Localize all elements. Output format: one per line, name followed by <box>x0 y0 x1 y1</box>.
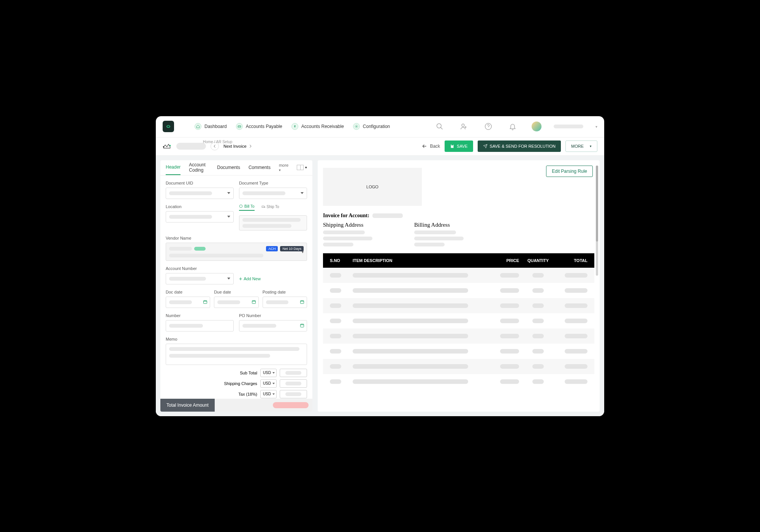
table-row <box>323 283 594 298</box>
nav-label: Configuration <box>363 124 390 129</box>
net-terms-badge: Net 10 Days <box>280 246 304 251</box>
split-view-icon <box>297 165 304 170</box>
tab-more[interactable]: more ▾ <box>279 163 288 172</box>
memo-input[interactable] <box>166 344 307 365</box>
label-tax: Tax (18%) <box>238 392 257 396</box>
save-button[interactable]: SAVE <box>445 140 473 152</box>
tab-account-coding[interactable]: Account Coding <box>189 160 209 175</box>
svg-rect-12 <box>301 324 304 327</box>
svg-rect-10 <box>252 300 255 303</box>
label-vendor-name: Vendor Name <box>166 236 307 240</box>
workflow-icon <box>163 142 172 150</box>
view-toggle[interactable]: ▾ <box>297 165 307 170</box>
account-name-placeholder <box>554 125 583 128</box>
shipping-currency-select[interactable]: USD <box>260 379 277 388</box>
edit-parsing-rule-button[interactable]: Edit Parsing Rule <box>546 166 593 177</box>
nav-dashboard[interactable]: Dashboard <box>195 123 227 130</box>
due-date-input[interactable] <box>214 297 258 308</box>
label-po-number: PO Number <box>239 313 307 318</box>
invoice-table-body <box>323 268 594 389</box>
posting-date-input[interactable] <box>263 297 307 308</box>
breadcrumb: Home / AR Setup <box>203 140 232 144</box>
dollar-icon <box>291 123 298 130</box>
invoice-table-header: S.NO ITEM DESCRIPTION PRICE QUANTITY TOT… <box>323 253 594 268</box>
right-panel: Edit Parsing Rule LOGO Invoice for Accou… <box>318 160 600 412</box>
location-select[interactable] <box>166 211 234 223</box>
scrollbar[interactable] <box>596 166 598 276</box>
billto-tab[interactable]: Bill To <box>239 204 255 211</box>
subtotal-currency-select[interactable]: USD <box>260 369 277 377</box>
help-icon[interactable] <box>484 123 492 130</box>
calendar-icon <box>300 322 304 329</box>
nav-accounts-payable[interactable]: Accounts Payable <box>236 123 282 130</box>
total-invoice-amount <box>273 402 309 408</box>
po-number-input[interactable] <box>239 320 307 332</box>
nav-configuration[interactable]: Configuration <box>353 123 390 130</box>
table-row <box>323 298 594 313</box>
label-shipping: Shipping Charges <box>224 381 257 386</box>
svg-point-3 <box>462 124 464 126</box>
label-due-date: Due date <box>214 290 258 294</box>
shipping-amount-input[interactable] <box>280 379 307 388</box>
card-icon <box>236 123 243 130</box>
calendar-icon <box>300 299 304 306</box>
doc-date-input[interactable] <box>166 297 210 308</box>
label-doc-date: Doc date <box>166 290 210 294</box>
status-badge <box>194 247 206 251</box>
save-send-button[interactable]: SAVE & SEND FOR RESOLUTION <box>478 140 561 152</box>
number-input[interactable] <box>166 320 234 332</box>
vendor-select[interactable]: ACH Net 10 Days ▾ <box>166 243 307 261</box>
breadcrumb-home[interactable]: Home <box>203 140 213 144</box>
chevron-down-icon: ▾ <box>302 249 304 254</box>
totals-section: Sub Total USD Shipping Charges USD Tax (… <box>166 369 307 398</box>
more-button[interactable]: MORE ▾ <box>565 140 597 152</box>
calendar-icon <box>203 299 207 306</box>
billship-tabs: Bill To Ship To <box>239 204 307 211</box>
tax-currency-select[interactable]: USD <box>260 390 277 398</box>
back-link[interactable]: Back <box>421 143 440 149</box>
svg-point-2 <box>437 124 442 128</box>
svg-point-6 <box>169 145 171 146</box>
tab-comments[interactable]: Comments <box>249 160 271 175</box>
form-area: Document UID Document Type Location <box>160 175 312 399</box>
table-row <box>323 268 594 283</box>
avatar[interactable] <box>532 122 542 131</box>
home-icon <box>195 123 201 130</box>
col-sno: S.NO <box>330 258 353 263</box>
label-document-type: Document Type <box>239 181 307 185</box>
gear-icon <box>353 123 360 130</box>
tab-header[interactable]: Header <box>166 160 180 175</box>
document-uid-select[interactable] <box>166 188 234 199</box>
search-icon[interactable] <box>436 123 443 130</box>
total-invoice-label: Total Invoice Amount <box>160 399 215 412</box>
next-invoice-button[interactable]: Next Invoice <box>223 144 253 148</box>
invoice-for-account: Invoice for Account: <box>323 213 594 219</box>
tax-amount-input[interactable] <box>280 390 307 398</box>
svg-rect-9 <box>204 300 207 303</box>
col-price: PRICE <box>489 258 519 263</box>
nav-accounts-receivable[interactable]: Accounts Receivable <box>291 123 344 130</box>
document-type-select[interactable] <box>239 188 307 199</box>
svg-rect-0 <box>238 126 241 128</box>
svg-rect-11 <box>300 300 304 303</box>
chevron-down-icon[interactable]: ▾ <box>595 125 597 129</box>
label-location: Location <box>166 204 234 209</box>
col-quantity: QUANTITY <box>519 258 557 263</box>
app-window: Dashboard Accounts Payable Accounts Rece… <box>156 116 604 416</box>
tab-documents[interactable]: Documents <box>217 160 240 175</box>
col-description: ITEM DESCRIPTION <box>353 258 489 263</box>
address-display <box>239 215 307 230</box>
add-new-button[interactable]: +Add New <box>239 273 307 284</box>
label-account-number: Account Number <box>166 266 234 271</box>
logo-placeholder: LOGO <box>323 168 422 206</box>
label-posting-date: Posting date <box>263 290 307 294</box>
users-icon[interactable] <box>460 123 468 130</box>
notifications-icon[interactable] <box>509 123 516 130</box>
svg-point-7 <box>239 205 242 208</box>
account-number-select[interactable] <box>166 273 234 284</box>
shipto-tab[interactable]: Ship To <box>261 204 279 211</box>
address-row: Shipping Address Billing Address <box>323 222 594 246</box>
breadcrumb-page[interactable]: AR Setup <box>216 140 232 144</box>
shipping-address-heading: Shipping Address <box>323 222 372 228</box>
subtotal-amount-input[interactable] <box>280 369 307 377</box>
